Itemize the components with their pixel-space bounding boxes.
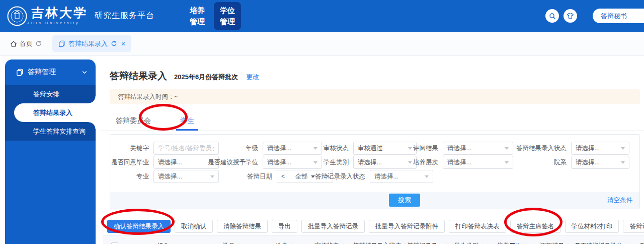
header-right: 答辩秘书: [545, 0, 644, 32]
column-label: 学号: [223, 241, 235, 244]
column-operation: 操作: [126, 236, 201, 244]
department-value: 请选择...: [576, 158, 600, 167]
column-suggest-degree[interactable]: 是否建议授予学位: [576, 236, 626, 244]
page-tabs: 答辩委员会 学生: [101, 111, 644, 131]
column-label: 是否建议授予学位: [575, 241, 623, 244]
main-content: 答辩结果录入 2025年6月份答辩批次 更改 答辩结果录入时间：~ 答辩委员会 …: [101, 56, 644, 244]
tab-defense-committee[interactable]: 答辩委员会: [112, 111, 155, 131]
sidebar-item-defense-result-entry[interactable]: 答辩结果录入: [14, 103, 96, 122]
nav-item-degree[interactable]: 学位 管理: [214, 2, 241, 30]
tab-defense-result-entry[interactable]: 答辩结果录入 ×: [52, 35, 131, 52]
defense-record-entry-status-select[interactable]: 请选择...: [370, 170, 433, 183]
document-icon: [58, 40, 65, 47]
app-header: 吉林大学 Jilin University 研究生服务平台 培养 管理 学位 管…: [0, 0, 644, 32]
user-role-label: 答辩秘书: [601, 12, 627, 21]
column-review-result[interactable]: 评阅结果: [533, 236, 576, 244]
sidebar-group-defense-management[interactable]: 答辩管理: [5, 59, 96, 85]
department-select[interactable]: 请选择...: [571, 156, 629, 169]
nav-training-line2: 管理: [190, 16, 205, 27]
column-student-id[interactable]: 学号: [201, 236, 262, 244]
column-label: 培养层次: [497, 241, 521, 244]
degree-material-2-print-button[interactable]: 学位材料2打印: [565, 220, 619, 233]
column-label: 学生类别: [454, 241, 478, 244]
search-icon[interactable]: [545, 9, 559, 23]
nav-item-training[interactable]: 培养 管理: [184, 0, 211, 32]
refresh-icon[interactable]: [111, 40, 117, 47]
suggest-degree-label: 是否建议授予学位: [163, 156, 258, 169]
column-label: 院系: [640, 241, 644, 244]
open-tabs-bar: 首页 答辩结果录入 ×: [0, 32, 644, 56]
change-batch-link[interactable]: 更改: [246, 73, 259, 82]
university-seal-logo: [7, 6, 27, 26]
defense-chair-signature-button[interactable]: 答辩主席签名: [510, 220, 561, 233]
defense-record-form-button[interactable]: 答辩记录表: [623, 220, 644, 233]
sidebar-item-label: 答辩安排: [33, 90, 59, 99]
defense-record-entry-status-value: 请选择...: [374, 172, 398, 181]
training-level-value: 请选择...: [447, 158, 471, 167]
tab-student[interactable]: 学生: [176, 111, 198, 131]
university-name-en: Jilin University: [27, 21, 88, 25]
chevron-down-icon: [621, 147, 625, 150]
student-type-label: 学生类别: [253, 156, 349, 169]
title-row: 答辩结果录入 2025年6月份答辩批次 更改: [110, 70, 644, 83]
table-header: 操作 学号 姓名 审核状态 答辩结果录入状态 答辩记录录... 学生类别 培养层…: [103, 235, 644, 244]
column-student-type[interactable]: 学生类别: [448, 236, 491, 244]
review-result-label: 评阅结果: [343, 142, 438, 155]
column-label: 审核状态: [315, 241, 339, 244]
close-icon[interactable]: ×: [121, 40, 125, 47]
refresh-icon[interactable]: [35, 40, 42, 47]
batch-label: 2025年6月份答辩批次: [174, 73, 238, 82]
export-button[interactable]: 导出: [272, 220, 297, 233]
chevron-down-icon: [82, 69, 88, 75]
nav-degree-line2: 管理: [220, 16, 235, 27]
print-defense-vote-form-button[interactable]: 打印答辩表决表: [449, 220, 506, 233]
column-defense-result-entry-status[interactable]: 答辩结果录入状态: [352, 236, 408, 244]
major-label: 专业: [53, 170, 149, 183]
clear-conditions-link[interactable]: 清空条件: [607, 192, 632, 209]
defense-date-label: 答辩日期: [177, 170, 272, 183]
chevron-down-icon: [425, 175, 429, 178]
agree-graduate-label: 是否同意毕业: [53, 156, 149, 169]
tab-home[interactable]: 首页: [10, 39, 42, 48]
university-name-zh: 吉林大学: [31, 7, 88, 19]
header-nav: 培养 管理 学位 管理: [184, 0, 241, 32]
theme-shirt-icon[interactable]: [564, 9, 577, 23]
column-label: 答辩记录录...: [408, 241, 443, 244]
defense-result-entry-status-label: 答辩结果录入状态: [471, 142, 567, 155]
page-title: 答辩结果录入: [110, 70, 167, 83]
defense-result-entry-status-value: 请选择...: [576, 144, 600, 153]
column-defense-record-entry[interactable]: 答辩记录录...: [408, 236, 448, 244]
platform-title: 研究生服务平台: [95, 11, 154, 21]
column-label: 评阅结果: [540, 241, 564, 244]
cancel-confirm-button[interactable]: 取消确认: [175, 220, 213, 233]
column-label: 答辩结果录入状态: [353, 241, 401, 244]
tab-separator: [47, 39, 47, 49]
column-name[interactable]: 姓名: [262, 236, 307, 244]
select-all-checkbox[interactable]: [111, 242, 118, 244]
sidebar-item-student-defense-query[interactable]: 学生答辩安排查询: [5, 122, 96, 141]
column-audit-status[interactable]: 审核状态: [307, 236, 352, 244]
column-department[interactable]: 院系: [626, 236, 644, 244]
home-icon: [10, 40, 17, 47]
chevron-down-icon: [621, 161, 625, 164]
university-brand: 吉林大学 Jilin University 研究生服务平台: [7, 6, 154, 26]
training-level-label: 培养层次: [343, 156, 438, 169]
defense-result-entry-status-select[interactable]: 请选择...: [571, 142, 629, 155]
grade-label: 年级: [163, 142, 258, 155]
sidebar-item-defense-arrangement[interactable]: 答辩安排: [5, 85, 96, 103]
column-training-level[interactable]: 培养层次: [491, 236, 533, 244]
sidebar-item-label: 学生答辩安排查询: [33, 127, 86, 136]
clear-defense-result-button[interactable]: 清除答辩结果: [217, 220, 268, 233]
department-label: 院系: [471, 156, 567, 169]
user-role-badge[interactable]: 答辩秘书: [593, 9, 644, 23]
nav-training-line1: 培养: [190, 5, 205, 16]
batch-import-defense-record-attachment-button[interactable]: 批量导入答辩记录附件: [369, 220, 445, 233]
tab-home-label: 首页: [20, 39, 33, 48]
search-button[interactable]: 搜索: [389, 194, 420, 207]
sidebar-item-label: 答辩结果录入: [33, 108, 72, 117]
sidebar-group-label: 答辩管理: [28, 68, 82, 77]
filter-panel: 关键字 年级 请选择... 审核状态 审核通过 评阅结果 请选择... 答辩结果…: [110, 134, 640, 209]
batch-import-defense-record-button[interactable]: 批量导入答辩记录: [301, 220, 365, 233]
confirm-defense-result-entry-button[interactable]: 确认答辩结果录入: [107, 220, 171, 233]
column-label: 操作: [157, 241, 170, 244]
